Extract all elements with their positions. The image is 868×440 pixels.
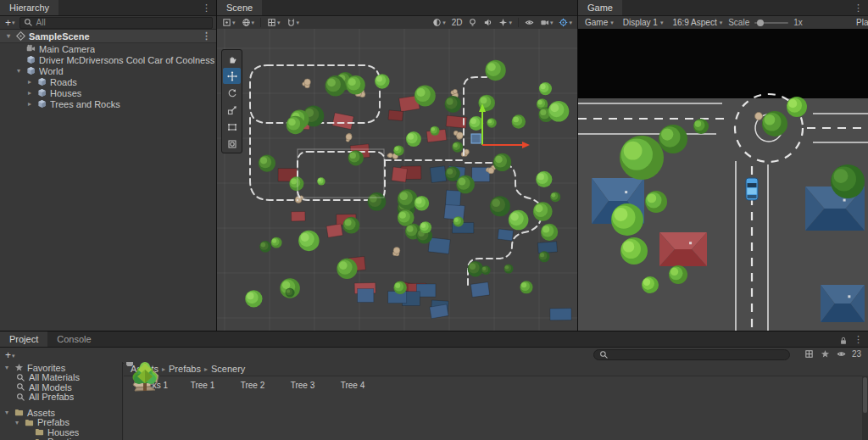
view-tool-button[interactable] — [223, 51, 241, 67]
project-search-field[interactable] — [593, 349, 790, 360]
game-tabbar: Game ⋮ — [578, 0, 868, 16]
folder-item-prefabs[interactable]: ▾Prefabs — [0, 418, 122, 428]
lock-icon[interactable] — [837, 334, 849, 347]
scene-viewport[interactable] — [217, 29, 578, 331]
favorites-item-all-models[interactable]: All Models — [0, 382, 122, 393]
hierarchy-item-trees-and-rocks[interactable]: ▸Trees and Rocks — [0, 98, 216, 109]
game-viewport[interactable] — [578, 29, 868, 331]
tab-scene[interactable]: Scene — [217, 0, 262, 15]
move-tool-button[interactable] — [223, 68, 241, 84]
expand-arrow-icon[interactable]: ▾ — [13, 419, 21, 426]
hierarchy-menu-icon[interactable]: ⋮ — [197, 0, 216, 15]
sparkle-icon — [498, 18, 508, 27]
grid-visibility-button[interactable]: ▾ — [265, 16, 282, 29]
expand-arrow-icon[interactable]: ▸ — [25, 89, 34, 97]
grid-icon — [267, 18, 276, 27]
scrollbar-thumb[interactable] — [863, 377, 867, 413]
expand-arrow-icon[interactable]: ▸ — [25, 78, 34, 86]
project-add-button[interactable]: +▾ — [3, 350, 17, 360]
hierarchy-item-houses[interactable]: ▸Houses — [0, 87, 216, 98]
saved-search-icon[interactable] — [820, 349, 831, 359]
scale-slider[interactable] — [754, 22, 788, 24]
scene-tool-palette — [221, 49, 242, 153]
expand-arrow-icon[interactable]: ▾ — [14, 67, 23, 75]
scale-value: 1x — [793, 18, 803, 27]
gizmos-button[interactable]: ▾ — [557, 16, 574, 29]
hierarchy-item-label: Driver McDriversons Cool Car of Coolness — [39, 55, 214, 65]
hierarchy-item-main-camera[interactable]: Main Camera — [0, 43, 216, 54]
tabbar-spacer — [262, 0, 577, 15]
display-dropdown[interactable]: Display 1▾ — [620, 18, 667, 27]
browse-type-icon[interactable] — [804, 349, 815, 359]
scale-tool-button[interactable] — [223, 102, 241, 118]
scene-visibility-toggle[interactable] — [523, 16, 536, 29]
expand-arrow-icon[interactable]: ▸ — [25, 100, 34, 108]
scale-slider-thumb[interactable] — [757, 19, 764, 26]
hierarchy-scene-row[interactable]: ▾ SampleScene ⋮ — [0, 30, 216, 43]
pivot-rotation-button[interactable]: ▾ — [240, 16, 257, 29]
hierarchy-tree: Main CameraDriver McDriversons Cool Car … — [0, 43, 216, 109]
scene-audio-toggle[interactable] — [481, 16, 494, 29]
snap-settings-button[interactable]: ▾ — [285, 16, 302, 29]
tab-project[interactable]: Project — [0, 331, 47, 347]
folder-item-houses[interactable]: Houses — [0, 427, 122, 437]
chevron-down-icon: ▾ — [660, 19, 664, 25]
shading-mode-button[interactable]: ▾ — [431, 16, 448, 29]
assets-header[interactable]: ▾ Assets — [0, 408, 122, 418]
top-panels: Hierarchy ⋮ +▾ All ▾ SampleScene ⋮ Main … — [0, 0, 868, 331]
asset-tree-4[interactable]: Tree 4 — [331, 380, 374, 390]
chevron-down-icon: ▾ — [12, 353, 15, 359]
asset-tree-3[interactable]: Tree 3 — [281, 380, 324, 390]
scene-lighting-toggle[interactable] — [466, 16, 479, 29]
expand-arrow-icon[interactable]: ▾ — [4, 32, 13, 40]
tab-game[interactable]: Game — [578, 0, 622, 15]
project-menu-icon[interactable]: ⋮ — [849, 331, 868, 347]
cube-icon — [25, 66, 36, 75]
toolbar-separator — [518, 18, 519, 27]
asset-tree-2[interactable]: Tree 2 — [231, 380, 274, 390]
breadcrumb-scenery[interactable]: Scenery — [211, 364, 245, 374]
asset-grid: Rocks 1Tree 1Tree 2Tree 3Tree 4 — [124, 376, 868, 390]
favorites-item-all-materials[interactable]: All Materials — [0, 373, 122, 383]
hierarchy-item-roads[interactable]: ▸Roads — [0, 76, 216, 87]
asset-label: Tree 2 — [241, 381, 265, 390]
favorites-item-label: All Prefabs — [29, 392, 74, 402]
rotate-tool-button[interactable] — [223, 85, 241, 101]
tab-hierarchy[interactable]: Hierarchy — [0, 0, 58, 15]
pivot-mode-button[interactable]: ▾ — [220, 16, 237, 29]
expand-arrow-icon[interactable]: ▾ — [3, 409, 11, 416]
breadcrumb-prefabs[interactable]: Prefabs — [169, 364, 201, 374]
search-icon — [598, 350, 609, 359]
favorites-item-all-prefabs[interactable]: All Prefabs — [0, 393, 122, 403]
hierarchy-add-button[interactable]: +▾ — [3, 18, 17, 28]
aspect-dropdown[interactable]: 16:9 Aspect▾ — [669, 18, 726, 27]
rect-tool-button[interactable] — [223, 119, 241, 135]
game-view-dropdown[interactable]: Game▾ — [581, 18, 617, 27]
scene-tabbar: Scene — [217, 0, 577, 16]
effects-toggle[interactable]: ▾ — [497, 16, 514, 29]
asset-tree-1[interactable]: Tree 1 — [181, 380, 224, 390]
view-2d-toggle[interactable]: 2D — [450, 16, 465, 29]
project-scrollbar[interactable] — [862, 376, 868, 440]
transform-tool-button[interactable] — [223, 136, 241, 152]
scene-row-menu-icon[interactable]: ⋮ — [197, 31, 216, 42]
hierarchy-item-driver-mcdriversons-cool-car-of-coolness[interactable]: Driver McDriversons Cool Car of Coolness — [0, 54, 216, 65]
tab-project-label: Project — [9, 334, 38, 344]
hierarchy-item-world[interactable]: ▾World — [0, 65, 216, 76]
game-viewport-wrap — [578, 29, 868, 331]
camera-settings-button[interactable]: ▾ — [538, 16, 555, 29]
asset-label: Tree 3 — [291, 381, 315, 390]
chevron-down-icon: ▾ — [610, 19, 614, 25]
game-menu-icon[interactable]: ⋮ — [849, 0, 868, 15]
visibility-icon[interactable] — [836, 349, 847, 359]
expand-arrow-icon[interactable]: ▾ — [3, 364, 11, 371]
plus-icon: + — [5, 18, 11, 28]
folder-item-label: Prefabs — [37, 417, 70, 427]
cube-icon — [36, 99, 47, 109]
tab-console[interactable]: Console — [47, 331, 100, 347]
favorites-header[interactable]: ▾ Favorites — [0, 363, 122, 373]
hierarchy-search-input[interactable]: All — [19, 17, 213, 29]
play-focused-dropdown[interactable]: Play▾ — [853, 18, 868, 27]
cube-icon — [25, 55, 36, 64]
folder-item-practice[interactable]: Practice — [0, 437, 122, 440]
